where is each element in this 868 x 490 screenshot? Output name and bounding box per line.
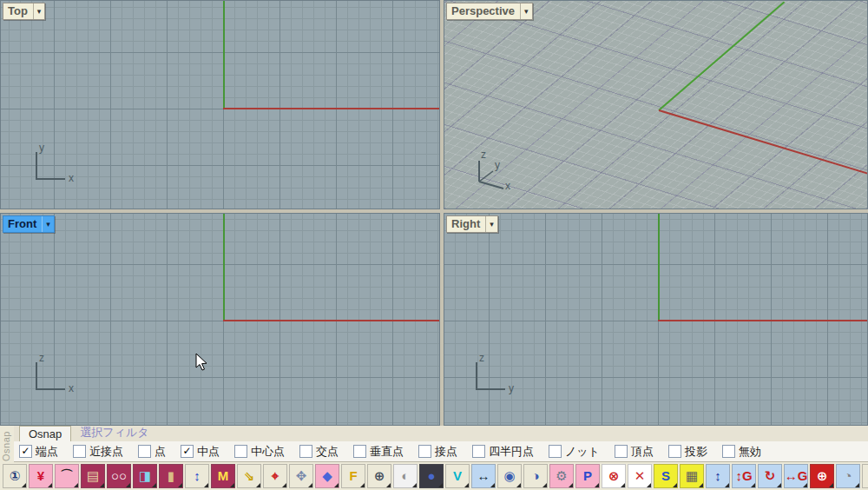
viewport-title[interactable]: Front bbox=[3, 216, 42, 232]
checkbox[interactable] bbox=[353, 445, 366, 458]
osnap-item[interactable]: 点 bbox=[138, 444, 166, 460]
viewport-tab-perspective[interactable]: Perspective ▾ bbox=[446, 3, 533, 20]
osnap-item[interactable]: 接点 bbox=[418, 444, 457, 460]
checkbox[interactable] bbox=[73, 445, 86, 458]
demo-spheres-icon[interactable]: ◉ bbox=[497, 464, 522, 488]
cage-red-icon[interactable]: ⊕ bbox=[810, 464, 834, 488]
globe-wire-icon[interactable]: ⊕ bbox=[367, 464, 391, 488]
udt-icon[interactable]: S bbox=[654, 464, 678, 488]
osnap-side-label: Osnap bbox=[1, 427, 11, 461]
viewport-right[interactable]: z y Right ▾ bbox=[444, 213, 868, 426]
osnap-label: 接点 bbox=[435, 444, 457, 460]
checkbox[interactable] bbox=[668, 445, 681, 458]
osnap-checkbox-row: ✓ 端点 近接点 点 ✓ 中点 中心点 bbox=[14, 441, 868, 462]
select-cage-icon[interactable]: ▦ bbox=[680, 464, 704, 488]
viewport-title[interactable]: Top bbox=[3, 3, 33, 19]
rotate-cage-icon[interactable]: ⊗ bbox=[602, 464, 626, 488]
orient-arrow-icon[interactable]: ⇘ bbox=[237, 464, 261, 488]
viewport-tab-top[interactable]: Top ▾ bbox=[3, 3, 45, 20]
scale-g-icon[interactable]: ↕G bbox=[732, 464, 756, 488]
chevron-down-icon[interactable]: ▾ bbox=[520, 3, 532, 19]
checkbox[interactable] bbox=[299, 445, 312, 458]
checkbox[interactable] bbox=[722, 445, 735, 458]
axis-indicator: z x bbox=[32, 355, 77, 395]
mirror-g-icon[interactable]: ↔G bbox=[784, 464, 808, 488]
viewport-perspective[interactable]: z y x Perspective ▾ bbox=[444, 0, 868, 209]
z-axis-line bbox=[223, 214, 225, 321]
checkbox[interactable] bbox=[472, 445, 485, 458]
osnap-item[interactable]: 交点 bbox=[299, 444, 339, 460]
curve-handles-icon[interactable]: ~ bbox=[862, 464, 868, 488]
bottom-toolbar: ① ¥ ⌒ ▤ ○○ ◨ ▮ bbox=[0, 461, 868, 490]
viewport-front[interactable]: z x Front ▾ bbox=[0, 213, 440, 426]
tab-osnap[interactable]: Osnap bbox=[19, 426, 71, 441]
y-axis-line bbox=[658, 320, 868, 321]
osnap-item[interactable]: ノット bbox=[549, 444, 600, 460]
extrude-f-icon[interactable]: F bbox=[341, 464, 365, 488]
checkbox[interactable] bbox=[418, 445, 431, 458]
cage-spheres-icon[interactable]: ◔ bbox=[836, 464, 860, 488]
cylinder-icon[interactable]: ▮ bbox=[159, 464, 183, 488]
viewport-title[interactable]: Perspective bbox=[447, 3, 520, 19]
checkbox[interactable]: ✓ bbox=[181, 445, 194, 458]
checkbox[interactable] bbox=[615, 445, 628, 458]
sphere-tools-icon[interactable]: ○○ bbox=[107, 464, 131, 488]
osnap-item[interactable]: 頂点 bbox=[615, 444, 654, 460]
osnap-item[interactable]: 四半円点 bbox=[472, 444, 534, 460]
hex-v-icon[interactable]: V bbox=[445, 464, 470, 488]
checkbox[interactable] bbox=[138, 445, 151, 458]
osnap-label: 垂直点 bbox=[370, 444, 404, 460]
osnap-item[interactable]: 無効 bbox=[722, 444, 761, 460]
axis-indicator: z y bbox=[472, 355, 517, 395]
osnap-item[interactable]: 中心点 bbox=[234, 444, 285, 460]
chevron-down-icon[interactable]: ▾ bbox=[485, 216, 497, 232]
osnap-item[interactable]: ✓ 端点 bbox=[19, 444, 58, 460]
viewport-title[interactable]: Right bbox=[447, 216, 485, 232]
osnap-label: ノット bbox=[565, 444, 600, 460]
demo-sphere-icon[interactable]: ◑ bbox=[523, 464, 548, 488]
z-axis-line bbox=[658, 214, 660, 321]
scale-1d-icon[interactable]: ↕ bbox=[185, 464, 209, 488]
set-point-icon[interactable]: ⌖ bbox=[263, 464, 287, 488]
osnap-item[interactable]: 近接点 bbox=[73, 444, 123, 460]
move-uvn-icon[interactable]: ↕ bbox=[706, 464, 730, 488]
chevron-down-icon[interactable]: ▾ bbox=[42, 216, 54, 232]
osnap-item[interactable]: ✓ 中点 bbox=[181, 444, 220, 460]
axis-indicator: y x bbox=[32, 145, 77, 185]
osnap-label: 交点 bbox=[316, 444, 339, 460]
viewport-top[interactable]: y x Top ▾ bbox=[0, 0, 440, 209]
axis-label-y: y bbox=[495, 159, 500, 171]
axis-label-z: z bbox=[39, 352, 44, 364]
mouse-cursor bbox=[195, 353, 209, 372]
y-axis-line bbox=[223, 1, 225, 109]
chevron-down-icon[interactable]: ▾ bbox=[33, 3, 45, 19]
p-tool-icon[interactable]: P bbox=[575, 464, 600, 488]
viewport-tab-front[interactable]: Front ▾ bbox=[3, 215, 55, 233]
auto-align-icon[interactable]: ✥ bbox=[289, 464, 313, 488]
gear-icon[interactable]: ⚙ bbox=[549, 464, 574, 488]
render-sphere-icon[interactable]: ◐ bbox=[393, 464, 418, 488]
box-edit-icon[interactable]: M bbox=[211, 464, 235, 488]
checkbox[interactable]: ✓ bbox=[19, 445, 32, 458]
osnap-label: 端点 bbox=[36, 444, 58, 460]
tab-selection-filter[interactable]: 選択フィルタ bbox=[71, 424, 157, 441]
yen-icon[interactable]: ¥ bbox=[29, 464, 53, 488]
record-history-icon[interactable]: ① bbox=[3, 464, 27, 488]
viewport-tab-right[interactable]: Right ▾ bbox=[446, 215, 498, 233]
axis-label-x: x bbox=[69, 172, 74, 184]
osnap-item[interactable]: 垂直点 bbox=[353, 444, 404, 460]
osnap-label: 近接点 bbox=[89, 444, 123, 460]
curve-tools-icon[interactable]: ⌒ bbox=[55, 464, 79, 488]
surface-tools-icon[interactable]: ▤ bbox=[81, 464, 105, 488]
rotate-g-icon[interactable]: ↻ bbox=[758, 464, 782, 488]
osnap-item[interactable]: 投影 bbox=[668, 444, 707, 460]
render-sphere-dark-icon[interactable]: ● bbox=[419, 464, 444, 488]
osnap-label: 頂点 bbox=[631, 444, 654, 460]
axis-label-x: x bbox=[69, 382, 74, 394]
dimension-icon[interactable]: ↔ bbox=[471, 464, 496, 488]
checkbox[interactable] bbox=[234, 445, 247, 458]
pyramid-icon[interactable]: ◆ bbox=[315, 464, 339, 488]
checkbox[interactable] bbox=[549, 445, 562, 458]
solid-tools-icon[interactable]: ◨ bbox=[133, 464, 157, 488]
scale-cage-icon[interactable]: ✕ bbox=[628, 464, 652, 488]
